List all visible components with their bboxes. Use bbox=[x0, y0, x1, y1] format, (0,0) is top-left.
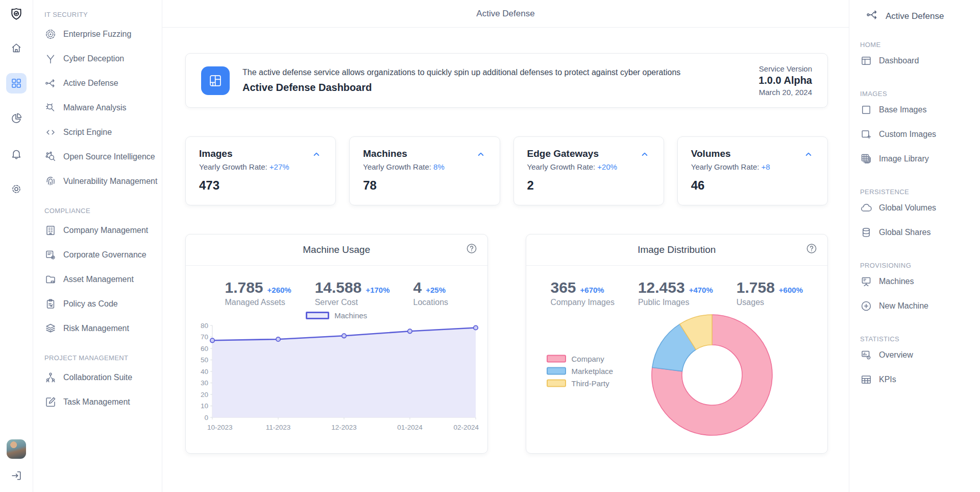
chart-stat-value: 1.785 bbox=[225, 279, 263, 296]
aside-section-title-provisioning: PROVISIONING bbox=[860, 262, 976, 269]
stat-card-title: Edge Gateways bbox=[527, 148, 618, 159]
sidebar-item-enterprise-fuzzing[interactable]: Enterprise Fuzzing bbox=[44, 22, 158, 46]
sidebar-item-open-source-intelligence[interactable]: Open Source Intelligence bbox=[44, 145, 158, 169]
aside-item-machines[interactable]: Machines bbox=[860, 269, 976, 294]
collapse-volumes-button[interactable] bbox=[803, 150, 814, 160]
svg-text:10: 10 bbox=[201, 402, 208, 410]
sidebar-item-active-defense[interactable]: Active Defense bbox=[44, 71, 158, 96]
aside-item-global-volumes[interactable]: Global Volumes bbox=[860, 196, 976, 220]
left-sidebar: IT SECURITYEnterprise FuzzingCyber Decep… bbox=[33, 0, 162, 492]
sidebar-item-cyber-deception[interactable]: Cyber Deception bbox=[44, 46, 158, 71]
legend-row-company: Company bbox=[547, 355, 614, 363]
legend-label: Company bbox=[572, 355, 604, 363]
layout-dashboard-icon bbox=[860, 55, 872, 67]
dashboard-tile-icon bbox=[207, 73, 224, 89]
growth-rate-label: Yearly Growth Rate: bbox=[691, 162, 760, 171]
svg-text:60: 60 bbox=[201, 345, 208, 353]
bug-search-icon bbox=[44, 102, 57, 114]
legend-swatch-third-party bbox=[547, 380, 566, 387]
chart-stat-label: Server Cost bbox=[315, 298, 390, 307]
sidebar-item-collaboration-suite[interactable]: Collaboration Suite bbox=[44, 365, 158, 390]
aside-item-custom-images[interactable]: Custom Images bbox=[860, 122, 976, 147]
sidebar-item-asset-management[interactable]: Asset Management bbox=[44, 267, 158, 292]
chart-stat-delta: +170% bbox=[365, 286, 389, 294]
collapse-images-button[interactable] bbox=[311, 150, 322, 160]
aside-section-title-statistics: STATISTICS bbox=[860, 335, 976, 343]
right-sidebar-title: Active Defense bbox=[886, 11, 944, 21]
banner-text: The active defense service allows organi… bbox=[242, 68, 680, 93]
rail-notifications-button[interactable] bbox=[6, 144, 27, 164]
aside-item-label: Image Library bbox=[879, 154, 929, 163]
sidebar-item-policy-as-code[interactable]: Policy as Code bbox=[44, 292, 158, 316]
aside-item-base-images[interactable]: Base Images bbox=[860, 98, 976, 122]
rail-analytics-button[interactable] bbox=[6, 108, 27, 129]
help-icon-button[interactable] bbox=[805, 243, 818, 257]
service-version-block: Service Version 1.0.0 Alpha March 20, 20… bbox=[758, 64, 812, 97]
stat-card-value: 473 bbox=[199, 178, 322, 193]
aside-section-title-persistence: PERSISTENCE bbox=[860, 188, 976, 196]
sidebar-item-risk-management[interactable]: Risk Management bbox=[44, 316, 158, 341]
chart-stat-locations: 4+25%Locations bbox=[413, 279, 449, 307]
sidebar-item-company-management[interactable]: Company Management bbox=[44, 218, 158, 243]
sidebar-item-script-engine[interactable]: Script Engine bbox=[44, 120, 158, 145]
dashboard-tile-icon-badge bbox=[201, 66, 230, 95]
sidebar-item-label: Vulnerability Management bbox=[63, 177, 157, 186]
aside-item-label: Global Volumes bbox=[879, 203, 936, 213]
stat-card-title: Machines bbox=[363, 148, 445, 159]
sidebar-item-task-management[interactable]: Task Management bbox=[44, 390, 158, 414]
report-icon bbox=[860, 349, 872, 361]
sidebar-item-malware-analysis[interactable]: Malware Analysis bbox=[44, 96, 158, 120]
sidebar-item-label: Risk Management bbox=[63, 324, 129, 333]
chevron-up-icon bbox=[803, 150, 814, 158]
chart-stat-label: Company Images bbox=[551, 298, 615, 307]
sidebar-item-label: Malware Analysis bbox=[63, 103, 127, 112]
aside-item-kpis[interactable]: KPIs bbox=[860, 367, 976, 392]
chart-stat-label: Usages bbox=[737, 298, 803, 307]
stat-card-value: 46 bbox=[691, 178, 814, 193]
chart-card-image-distribution: Image Distribution365+670%Company Images… bbox=[526, 234, 828, 454]
sidebar-item-label: Company Management bbox=[63, 226, 148, 235]
growth-rate-label: Yearly Growth Rate: bbox=[527, 162, 596, 171]
svg-text:80: 80 bbox=[201, 322, 208, 330]
user-avatar[interactable] bbox=[7, 439, 26, 459]
aside-item-global-shares[interactable]: Global Shares bbox=[860, 220, 976, 245]
rail-logo bbox=[6, 4, 27, 25]
sidebar-item-label: Enterprise Fuzzing bbox=[63, 30, 131, 39]
database-icon bbox=[860, 226, 872, 239]
collapse-edge-gateways-button[interactable] bbox=[639, 150, 650, 160]
stat-card-title: Images bbox=[199, 148, 289, 159]
help-circle-icon bbox=[805, 243, 818, 255]
aside-item-image-library[interactable]: Image Library bbox=[860, 147, 976, 171]
chart-stat-label: Managed Assets bbox=[225, 298, 291, 307]
line-chart-svg: 0102030405060708010-202311-202312-202301… bbox=[192, 321, 481, 437]
edit-square-icon bbox=[44, 396, 57, 408]
sidebar-item-vulnerability-management[interactable]: Vulnerability Management bbox=[44, 169, 158, 194]
svg-text:12-2023: 12-2023 bbox=[331, 424, 357, 431]
icon-rail bbox=[0, 0, 33, 492]
sidebar-item-label: Collaboration Suite bbox=[63, 373, 132, 382]
legend-label: Marketplace bbox=[572, 367, 614, 376]
logout-icon bbox=[10, 470, 22, 482]
stat-card-title: Volumes bbox=[691, 148, 770, 159]
service-version-date: March 20, 2024 bbox=[758, 88, 812, 97]
aside-item-overview[interactable]: Overview bbox=[860, 343, 976, 367]
stat-cards-row: ImagesYearly Growth Rate: +27%473Machine… bbox=[185, 136, 828, 205]
chart-stat-delta: +670% bbox=[580, 286, 604, 294]
rail-apps-button[interactable] bbox=[6, 73, 27, 93]
folder-icon bbox=[44, 273, 57, 286]
aside-item-dashboard[interactable]: Dashboard bbox=[860, 49, 976, 73]
sidebar-item-label: Policy as Code bbox=[63, 299, 118, 309]
help-icon-button[interactable] bbox=[465, 243, 478, 257]
legend-row-marketplace: Marketplace bbox=[547, 367, 614, 376]
aside-item-new-machine[interactable]: New Machine bbox=[860, 294, 976, 318]
growth-rate-label: Yearly Growth Rate: bbox=[199, 162, 267, 171]
rail-settings-button[interactable] bbox=[6, 179, 27, 199]
chart-stat-value: 14.588 bbox=[315, 279, 362, 296]
rail-home-button[interactable] bbox=[6, 38, 27, 58]
collapse-machines-button[interactable] bbox=[475, 150, 486, 160]
logout-button[interactable] bbox=[6, 465, 27, 486]
aside-item-label: Overview bbox=[879, 350, 913, 360]
sidebar-item-corporate-governance[interactable]: Corporate Governance bbox=[44, 243, 158, 267]
chevron-up-icon bbox=[475, 150, 486, 158]
right-sidebar-header: Active Defense bbox=[860, 8, 976, 24]
